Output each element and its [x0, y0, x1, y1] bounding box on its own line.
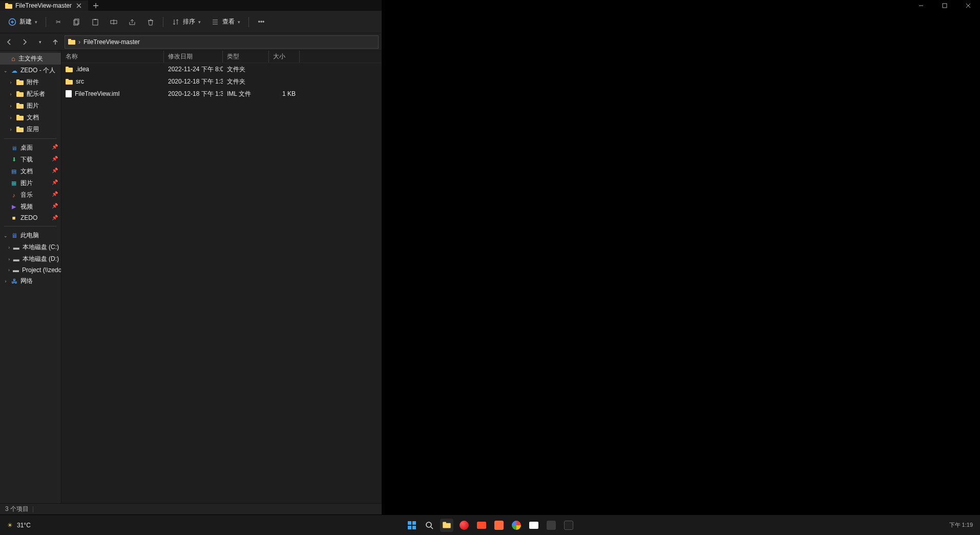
- sidebar-quick-item[interactable]: 🖥 桌面 📌: [0, 142, 61, 154]
- chevron-right-icon: ›: [78, 38, 80, 46]
- address-bar[interactable]: › FileTreeView-master: [65, 35, 379, 49]
- sidebar-item-label: 附件: [27, 78, 39, 87]
- view-button[interactable]: 查看 ▾: [207, 15, 244, 28]
- recent-button[interactable]: ▾: [34, 36, 46, 48]
- cut-button[interactable]: ✂: [50, 16, 67, 28]
- sidebar-quick-item[interactable]: ▶ 视频 📌: [0, 201, 61, 213]
- start-button[interactable]: [405, 519, 419, 532]
- taskbar-app[interactable]: [527, 519, 540, 532]
- sidebar-item-label: 本地磁盘 (D:): [23, 255, 59, 263]
- sidebar-home[interactable]: › ⌂ 主文件夹: [0, 53, 61, 65]
- chevron-down-icon[interactable]: ⌄: [3, 233, 8, 238]
- app-icon: [547, 521, 556, 530]
- pin-icon: 📌: [52, 144, 58, 150]
- sidebar-network-label: 网络: [20, 277, 33, 285]
- more-button[interactable]: •••: [253, 16, 269, 28]
- taskbar-tray[interactable]: 下午 1:19: [949, 521, 980, 529]
- chevron-right-icon[interactable]: ›: [8, 92, 13, 97]
- sidebar-quick-item[interactable]: ▦ 图片 📌: [0, 177, 61, 189]
- file-name: .idea: [76, 66, 89, 73]
- maximize-button[interactable]: [933, 0, 956, 11]
- sidebar-drive[interactable]: › ▬ 本地磁盘 (D:): [0, 253, 61, 265]
- sidebar-item[interactable]: › 配乐者: [0, 88, 61, 100]
- taskbar-app[interactable]: [492, 519, 506, 532]
- chevron-right-icon[interactable]: ›: [8, 80, 13, 85]
- up-button[interactable]: [49, 36, 61, 48]
- forward-button[interactable]: [18, 36, 31, 48]
- delete-button[interactable]: [142, 16, 159, 28]
- chevron-right-icon[interactable]: ›: [8, 104, 13, 109]
- sidebar-drive[interactable]: › ▬ 本地磁盘 (C:): [0, 241, 61, 253]
- taskbar-app[interactable]: [475, 519, 488, 532]
- status-count: 3 个项目: [5, 505, 29, 513]
- sort-button[interactable]: 排序 ▾: [168, 15, 205, 28]
- taskbar-app[interactable]: [562, 519, 575, 532]
- taskbar-app[interactable]: [510, 519, 523, 532]
- sidebar-item[interactable]: › 文档: [0, 112, 61, 124]
- chevron-right-icon[interactable]: ›: [8, 268, 10, 273]
- chevron-right-icon[interactable]: ›: [8, 245, 10, 250]
- new-tab-button[interactable]: [88, 0, 103, 11]
- sidebar-item[interactable]: › 应用: [0, 124, 61, 135]
- sidebar-quick-item[interactable]: ■ ZEDO 📌: [0, 213, 61, 223]
- sidebar-quick-item[interactable]: ♪ 音乐 📌: [0, 189, 61, 201]
- sidebar-quick-item[interactable]: ⬇ 下载 📌: [0, 154, 61, 166]
- sidebar-quick-item[interactable]: ▤ 文档 📌: [0, 166, 61, 177]
- column-header-label: 类型: [227, 52, 239, 61]
- column-header-type[interactable]: 类型: [223, 51, 269, 63]
- column-header-name[interactable]: 名称: [61, 51, 164, 63]
- tab-active[interactable]: FileTreeView-master: [0, 0, 88, 11]
- pin-icon: 📌: [52, 156, 58, 161]
- chevron-right-icon[interactable]: ›: [8, 127, 13, 132]
- chevron-down-icon[interactable]: ⌄: [3, 68, 8, 73]
- sidebar-item-label: Project (\\zedo-: [22, 266, 61, 274]
- column-header-date[interactable]: 修改日期: [164, 51, 223, 63]
- chevron-down-icon: ▾: [198, 19, 201, 25]
- taskbar[interactable]: ☀ 31°C 下午 1:19: [0, 515, 980, 535]
- taskbar-app[interactable]: [440, 519, 453, 532]
- app-icon: [564, 521, 573, 530]
- column-header-size[interactable]: 大小: [269, 51, 300, 63]
- sidebar-network[interactable]: › 🖧 网络: [0, 275, 61, 287]
- cell-name: .idea: [61, 66, 164, 73]
- cell-date: 2020-12-18 下午 1:33: [164, 90, 223, 98]
- column-header-label: 大小: [273, 52, 285, 61]
- folder-icon: [66, 79, 73, 85]
- paste-button[interactable]: [87, 16, 103, 28]
- chevron-right-icon[interactable]: ›: [3, 279, 8, 284]
- search-button[interactable]: [423, 519, 436, 532]
- rename-button[interactable]: [106, 16, 122, 28]
- sidebar-thispc[interactable]: ⌄ 🖥 此电脑: [0, 230, 61, 241]
- sidebar-item[interactable]: › 图片: [0, 100, 61, 112]
- minimize-button[interactable]: [909, 0, 933, 11]
- chevron-right-icon[interactable]: ›: [8, 257, 10, 262]
- tab-close-button[interactable]: [75, 2, 83, 10]
- close-button[interactable]: [956, 0, 980, 11]
- share-button[interactable]: [124, 16, 140, 28]
- file-row[interactable]: src 2020-12-18 下午 1:33 文件夹: [61, 75, 382, 88]
- copy-button[interactable]: [69, 16, 85, 28]
- sidebar-personal-label: ZEDO - 个人: [20, 66, 55, 75]
- sidebar-item[interactable]: › 附件: [0, 76, 61, 88]
- svg-rect-3: [93, 19, 98, 25]
- share-icon: [128, 18, 136, 26]
- folder-icon: [16, 79, 24, 85]
- chevron-right-icon[interactable]: ›: [8, 115, 13, 120]
- sidebar-drive[interactable]: › ▬ Project (\\zedo-: [0, 265, 61, 275]
- cell-type: IML 文件: [223, 90, 269, 98]
- breadcrumb-current[interactable]: FileTreeView-master: [84, 38, 140, 46]
- sidebar-personal[interactable]: ⌄ ☁ ZEDO - 个人: [0, 65, 61, 76]
- taskbar-weather[interactable]: ☀ 31°C: [0, 522, 31, 529]
- chevron-down-icon: ▾: [35, 19, 37, 25]
- back-button[interactable]: [3, 36, 15, 48]
- sidebar-item-label: 视频: [20, 202, 33, 211]
- new-button[interactable]: 新建 ▾: [4, 15, 41, 28]
- file-row[interactable]: .idea 2022-11-24 下午 8:01 文件夹: [61, 63, 382, 75]
- drive-icon: ▬: [13, 256, 19, 263]
- svg-rect-4: [94, 19, 96, 20]
- taskbar-app[interactable]: [457, 519, 471, 532]
- taskbar-app[interactable]: [545, 519, 558, 532]
- scissors-icon: ✂: [54, 18, 62, 26]
- file-row[interactable]: FileTreeView.iml 2020-12-18 下午 1:33 IML …: [61, 88, 382, 100]
- tab-title: FileTreeView-master: [15, 2, 72, 9]
